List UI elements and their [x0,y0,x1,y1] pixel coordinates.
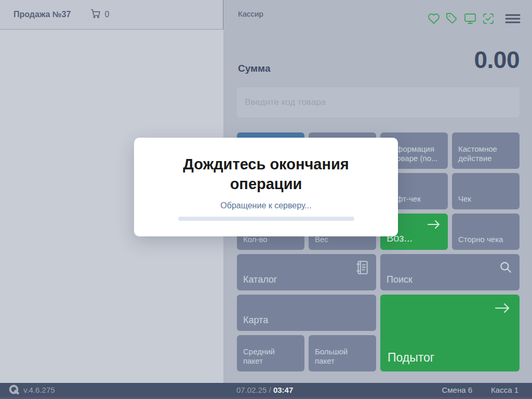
custom-action-button[interactable]: Кастомное действие [452,132,520,169]
arrow-right-icon [495,303,510,313]
status-bar-right: Смена 6 Касса 1 [442,383,518,397]
tag-icon[interactable] [446,12,458,25]
cashier-label: Кассир [238,9,263,18]
receipt-panel-header: Продажа №37 0 [0,0,223,30]
catalog-button[interactable]: Каталог [237,254,376,290]
sum-value: 0.00 [474,46,520,74]
sale-title: Продажа №37 [14,10,71,19]
brand-logo-icon [8,384,19,396]
arrow-right-icon [427,220,441,229]
time-label: 03:47 [273,385,293,394]
modal-title: Дождитесь окончания операции [134,154,398,194]
medium-bag-button[interactable]: Средний пакет [237,335,304,371]
cart-count: 0 [104,10,109,19]
header-icon-bar [428,12,521,25]
datetime: 07.02.25 / 03:47 [236,383,293,397]
scan-check-icon[interactable] [482,12,495,25]
date-time-separator: / [267,385,273,394]
register-label: Касса 1 [491,385,518,394]
pos-app: Продажа №37 0 Кассир [0,0,532,399]
search-button[interactable]: Поиск [380,254,520,290]
progress-bar [178,217,354,221]
hamburger-menu-icon[interactable] [505,13,521,24]
wait-modal: Дождитесь окончания операции Обращение к… [134,138,398,236]
product-code-input[interactable] [237,87,520,117]
shift-label: Смена 6 [442,385,472,394]
big-bag-button[interactable]: Большой пакет [309,335,376,371]
check-button[interactable]: Чек [452,173,520,209]
magnifier-icon [499,260,512,274]
storno-check-button[interactable]: Сторно чека [452,214,520,250]
subtotal-button[interactable]: Подытог [380,295,520,371]
date-label: 07.02.25 [236,385,267,394]
cart-icon [90,8,101,21]
status-bar-strip [0,397,532,399]
version-label: v.4.6.275 [23,385,55,394]
sum-label: Сумма [238,63,270,74]
status-bar: v.4.6.275 07.02.25 / 03:47 Смена 6 Касса… [0,383,532,399]
heart-icon[interactable] [428,12,440,25]
modal-subtitle: Обращение к серверу... [134,201,398,210]
monitor-icon[interactable] [464,12,476,25]
version-group: v.4.6.275 [8,383,55,397]
cart-counter: 0 [90,8,109,21]
catalog-book-icon [355,260,369,275]
card-button[interactable]: Карта [237,295,376,331]
